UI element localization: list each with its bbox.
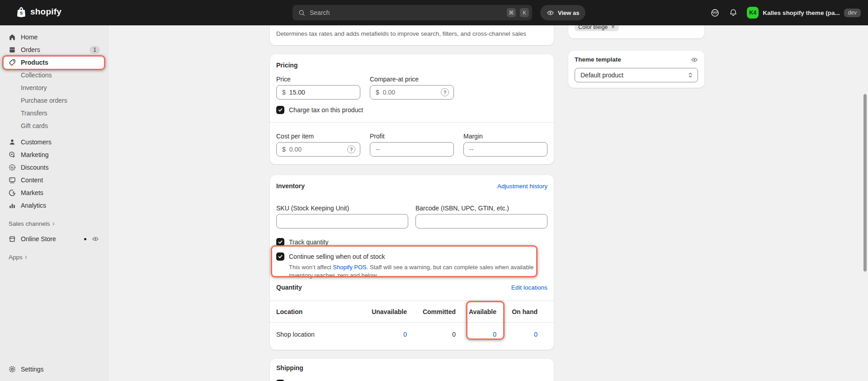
apps-header[interactable]: Apps › — [0, 252, 108, 262]
search-placeholder: Search — [310, 9, 503, 16]
theme-template-card: Theme template Default product — [568, 51, 704, 88]
sidebar-item-transfers[interactable]: Transfers — [4, 107, 104, 119]
profit-field: Profit — [370, 132, 454, 157]
sidebar-item-inventory[interactable]: Inventory — [4, 81, 104, 94]
svg-text:%: % — [11, 166, 14, 170]
sidebar-nav: Home Orders 1 Products Collections Inven… — [0, 25, 108, 381]
quantity-table-row: Shop location 0 0 0 0 — [276, 323, 547, 350]
theme-template-select[interactable]: Default product — [575, 68, 698, 82]
cost-per-item-input[interactable] — [289, 146, 344, 153]
orders-icon — [8, 46, 16, 54]
continue-selling-checkbox[interactable] — [276, 252, 284, 261]
col-committed: Committed — [407, 308, 456, 315]
price-input[interactable] — [289, 89, 355, 96]
cost-per-item-field: Cost per item $ ? — [276, 132, 360, 157]
content-icon — [8, 176, 16, 184]
category-helper-text: Determines tax rates and adds metafields… — [276, 30, 547, 38]
sidebar-item-gift-cards[interactable]: Gift cards — [4, 119, 104, 132]
sidebar-item-customers[interactable]: Customers — [4, 136, 104, 148]
price-label: Price — [276, 75, 360, 83]
sidebar-item-discounts[interactable]: % Discounts — [4, 161, 104, 174]
assistant-icon[interactable] — [710, 8, 720, 18]
margin-input[interactable] — [469, 146, 542, 153]
margin-field: Margin — [463, 132, 547, 157]
sidebar-item-label: Products — [21, 59, 48, 66]
shortcut-cmd-key: ⌘ — [507, 8, 516, 17]
discounts-icon: % — [8, 163, 16, 171]
barcode-label: Barcode (ISBN, UPC, GTIN, etc.) — [415, 204, 547, 212]
scrollbar-thumb[interactable] — [863, 94, 867, 271]
eye-icon[interactable] — [691, 56, 698, 63]
sidebar-item-label: Home — [21, 33, 38, 41]
view-as-button[interactable]: View as — [540, 5, 585, 20]
products-tag-icon — [8, 58, 16, 67]
continue-selling-help-text: This won’t affect Shopify POS. Staff wil… — [276, 263, 536, 279]
edit-locations-link[interactable]: Edit locations — [511, 284, 547, 291]
shopify-bag-icon: S — [15, 6, 27, 18]
svg-text:S: S — [20, 10, 23, 15]
shopify-pos-link[interactable]: Shopify POS — [333, 264, 366, 271]
sidebar-item-home[interactable]: Home — [4, 31, 104, 43]
sidebar-item-content[interactable]: Content — [4, 174, 104, 186]
sidebar-item-settings[interactable]: Settings — [4, 363, 104, 376]
right-sidebar-column: Color Beige ✕ Theme template Default pro… — [568, 25, 704, 88]
notifications-bell-icon[interactable] — [729, 8, 738, 17]
main-content-column: Determines tax rates and adds metafields… — [270, 25, 554, 381]
profit-label: Profit — [370, 132, 454, 140]
col-available: Available — [456, 308, 496, 315]
quantity-title: Quantity — [276, 283, 302, 292]
inventory-card: Inventory Adjustment history SKU (Stock … — [270, 175, 554, 350]
sku-input[interactable] — [282, 218, 403, 225]
home-icon — [8, 33, 16, 41]
theme-template-title: Theme template — [575, 55, 621, 64]
margin-label: Margin — [463, 132, 547, 140]
sidebar-item-orders[interactable]: Orders 1 — [4, 43, 104, 56]
preview-store-eye-icon[interactable] — [92, 235, 99, 243]
adjustment-history-link[interactable]: Adjustment history — [497, 183, 547, 190]
account-menu-button[interactable]: K4 Kalles shopify theme (pa... dev — [747, 7, 861, 19]
gear-icon — [8, 365, 16, 373]
sidebar-item-analytics[interactable]: Analytics — [4, 199, 104, 212]
analytics-icon — [8, 201, 16, 210]
selected-option: Default product — [580, 71, 623, 79]
sidebar-item-markets[interactable]: $ Markets — [4, 186, 104, 199]
orders-count-badge: 1 — [90, 46, 100, 54]
view-as-label: View as — [558, 10, 579, 16]
sidebar-item-purchase-orders[interactable]: Purchase orders — [4, 94, 104, 107]
inventory-title: Inventory — [276, 181, 305, 190]
currency-prefix: $ — [282, 89, 286, 96]
compare-at-price-field: Compare-at price $ ? — [370, 75, 454, 100]
on-hand-value-link[interactable]: 0 — [496, 331, 538, 338]
unavailable-value-link[interactable]: 0 — [353, 331, 407, 338]
select-updown-icon — [687, 71, 694, 79]
help-question-icon[interactable]: ? — [441, 88, 449, 96]
eye-icon — [547, 9, 554, 17]
continue-selling-label: Continue selling when out of stock — [289, 253, 385, 260]
sidebar-item-marketing[interactable]: Marketing — [4, 148, 104, 161]
chevron-right-icon: › — [52, 220, 55, 227]
available-value-link[interactable]: 0 — [456, 331, 496, 338]
sku-label: SKU (Stock Keeping Unit) — [276, 204, 408, 212]
cost-per-item-label: Cost per item — [276, 132, 360, 140]
help-question-icon[interactable]: ? — [347, 145, 355, 153]
location-name: Shop location — [276, 331, 353, 338]
compare-at-price-input[interactable] — [383, 89, 437, 96]
shopify-logo[interactable]: S shopify — [15, 6, 61, 18]
col-on-hand: On hand — [496, 308, 538, 315]
global-search-input[interactable]: Search ⌘ K — [292, 5, 532, 20]
charge-tax-checkbox[interactable] — [276, 106, 284, 114]
customers-icon — [8, 138, 16, 146]
committed-value: 0 — [407, 331, 456, 338]
barcode-input[interactable] — [421, 218, 542, 225]
avatar: K4 — [747, 7, 759, 19]
sales-channels-header[interactable]: Sales channels › — [0, 218, 108, 229]
sidebar-item-collections[interactable]: Collections — [4, 69, 104, 81]
track-quantity-checkbox[interactable] — [276, 238, 284, 246]
profit-input[interactable] — [376, 146, 449, 153]
sidebar-item-online-store[interactable]: Online Store — [4, 233, 104, 245]
sidebar-item-products[interactable]: Products — [4, 56, 104, 69]
chevron-right-icon: › — [25, 253, 27, 261]
col-unavailable: Unavailable — [353, 308, 407, 315]
search-icon — [298, 9, 306, 17]
svg-text:$: $ — [13, 190, 15, 195]
